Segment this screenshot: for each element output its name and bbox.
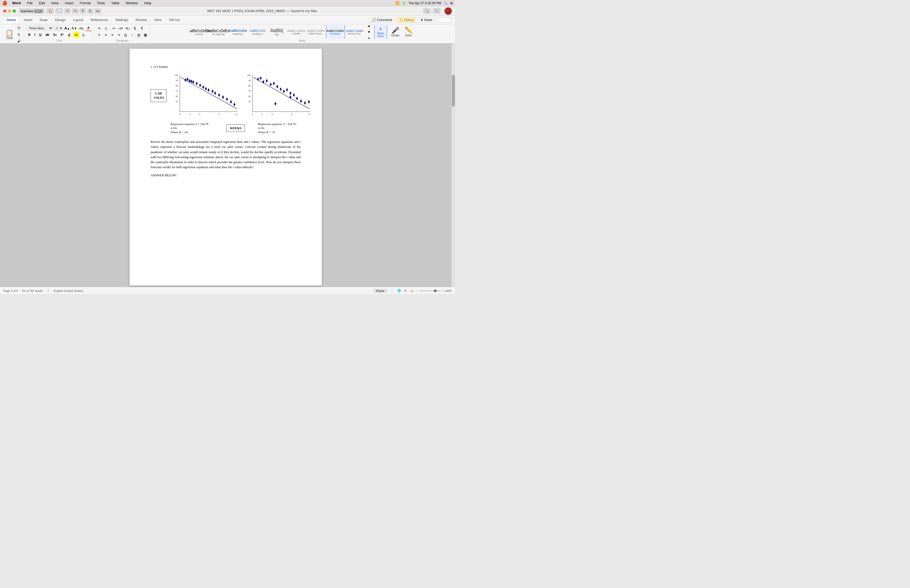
scrollbar[interactable] xyxy=(451,44,455,287)
format-painter-button[interactable]: 🖌 xyxy=(16,38,22,44)
page-scroll[interactable]: 1. (15 Points) CARSALES 100 90 xyxy=(0,44,451,287)
tab-references[interactable]: References xyxy=(88,17,112,23)
paste-button[interactable]: 📋 Paste xyxy=(4,29,15,40)
title-search-button[interactable]: 🔍 xyxy=(423,8,431,13)
align-right-button[interactable]: ≡ xyxy=(109,32,116,38)
decrease-indent-button[interactable]: ◁≡ xyxy=(118,25,124,31)
dictate-button[interactable]: 🎤 Dictate xyxy=(389,27,402,37)
shading-button[interactable]: A xyxy=(80,32,87,38)
menu-format[interactable]: Format xyxy=(78,0,92,5)
style-no-spacing[interactable]: AaBbCcDdEe No Spacing xyxy=(209,25,228,39)
menu-view[interactable]: View xyxy=(50,0,60,5)
undo-button[interactable]: ↩ xyxy=(65,8,71,13)
menu-table[interactable]: Table xyxy=(110,0,121,5)
menu-insert[interactable]: Insert xyxy=(63,0,75,5)
tab-view[interactable]: View xyxy=(151,17,165,23)
cloud-button[interactable]: ☁️ xyxy=(55,8,63,13)
tab-layout[interactable]: Layout xyxy=(70,17,86,23)
style-normal[interactable]: AaBbCcDdEe Normal xyxy=(189,25,209,39)
minimize-button[interactable] xyxy=(8,10,11,13)
font-family-select[interactable]: Times New... xyxy=(27,26,53,31)
strikethrough-button[interactable]: ab xyxy=(44,32,51,37)
tab-design[interactable]: Design xyxy=(52,17,69,23)
style-title[interactable]: AaBb( Title xyxy=(268,25,286,39)
home-button[interactable]: 🏠 xyxy=(47,8,54,13)
tab-draw[interactable]: Draw xyxy=(37,17,51,23)
user-avatar[interactable] xyxy=(444,7,452,15)
fullscreen-button[interactable] xyxy=(13,10,16,13)
duplicate-button[interactable]: ⎘ xyxy=(87,9,93,13)
view-outline-icon[interactable]: ☰ xyxy=(404,289,407,292)
sort-button[interactable]: ⇅ xyxy=(132,25,138,31)
tab-tell-me[interactable]: Tell me xyxy=(166,17,183,23)
control-center-icon[interactable]: ⊞ xyxy=(450,1,453,5)
close-button[interactable] xyxy=(3,10,6,13)
shading2-button[interactable]: ▥ xyxy=(136,32,142,38)
menu-help[interactable]: Help xyxy=(143,0,153,5)
style-intense-emphasis[interactable]: AaBbCcDdEe Intense Emp... xyxy=(346,25,364,39)
italic-button[interactable]: I xyxy=(33,32,37,37)
show-marks-button[interactable]: ¶ xyxy=(139,25,145,31)
editing-button[interactable]: ✏️ Editing xyxy=(397,17,416,23)
line-spacing-button[interactable]: ↕ xyxy=(129,32,135,38)
menu-word[interactable]: Word xyxy=(11,0,23,5)
align-left-button[interactable]: ≡ xyxy=(96,32,102,38)
menu-edit[interactable]: Edit xyxy=(37,0,46,5)
tab-home[interactable]: Home xyxy=(3,16,19,23)
tab-mailings[interactable]: Mailings xyxy=(112,17,131,23)
zoom-out-button[interactable]: − xyxy=(417,289,419,292)
justify-button[interactable]: ≡ xyxy=(116,32,122,38)
highlight-button[interactable]: ab xyxy=(73,32,79,38)
focus-button[interactable]: Focus xyxy=(373,289,387,293)
view-read-icon[interactable]: 📖 xyxy=(410,289,414,292)
language-display[interactable]: English (United States) xyxy=(54,289,84,292)
menu-file[interactable]: File xyxy=(26,0,34,5)
comments-button[interactable]: 💬 Comments xyxy=(370,17,395,23)
font-size-select[interactable]: 12 xyxy=(54,26,63,31)
styles-pane-button[interactable]: ≡ Styles Pane xyxy=(375,25,387,39)
sync-button[interactable]: ↻ xyxy=(80,8,86,13)
autosave-toggle[interactable]: AutoSave OFF xyxy=(19,9,45,13)
font-color-button[interactable]: A xyxy=(66,32,73,38)
menu-search-icon[interactable]: 🔍 xyxy=(444,1,448,5)
editor-button[interactable]: ✏️ Editor xyxy=(402,27,415,37)
increase-font-button[interactable]: A▲ xyxy=(64,25,70,31)
styles-scroll-up[interactable]: ▲ xyxy=(366,25,372,29)
wifi-icon[interactable]: 📶 xyxy=(396,1,399,5)
change-case-button[interactable]: Aa xyxy=(78,25,84,31)
tab-insert[interactable]: Insert xyxy=(21,17,36,23)
view-normal-icon[interactable]: 📄 xyxy=(391,289,394,292)
customize-button[interactable]: 🔧 xyxy=(433,8,440,13)
numbering-button[interactable]: 1. xyxy=(103,25,110,31)
decrease-font-button[interactable]: A▼ xyxy=(71,25,78,31)
underline-button[interactable]: U xyxy=(38,32,43,37)
update-button[interactable]: Update xyxy=(437,17,452,23)
apple-logo[interactable]: 🍎 xyxy=(2,0,7,5)
zoom-in-button[interactable]: + xyxy=(441,289,443,292)
style-emphasis[interactable]: AaBbCcDdEe Emphasis xyxy=(326,25,345,39)
tab-review[interactable]: Review xyxy=(133,17,150,23)
zoom-slider[interactable] xyxy=(419,290,441,291)
bullets-button[interactable]: ≡ xyxy=(96,25,102,31)
increase-indent-button[interactable]: ≡▷ xyxy=(124,25,131,31)
styles-scroll-down[interactable]: ▼ xyxy=(366,29,372,35)
redo-button[interactable]: ↪ xyxy=(72,8,78,13)
document-page[interactable]: 1. (15 Points) CARSALES 100 90 xyxy=(129,49,322,286)
style-subtitle[interactable]: AaBbCcDdEe Subtitle xyxy=(287,25,306,39)
columns-button[interactable]: ||| xyxy=(123,32,129,38)
style-heading1[interactable]: AaBbCcDd Heading 1 xyxy=(229,25,247,39)
style-subtle-emphasis[interactable]: AaBbCcDdEe Subtle Emph... xyxy=(307,25,325,39)
borders-button[interactable]: ▦ xyxy=(142,32,149,38)
clear-formatting-button[interactable]: A xyxy=(85,25,92,31)
menu-tools[interactable]: Tools xyxy=(95,0,107,5)
proofing-icon[interactable]: ✓ xyxy=(47,289,50,292)
scroll-thumb[interactable] xyxy=(452,75,455,107)
share-button[interactable]: ⬆ Share xyxy=(418,17,435,23)
styles-more[interactable]: ▾ xyxy=(366,36,372,39)
subscript-button[interactable]: X₂ xyxy=(52,32,58,37)
copy-button[interactable]: ⎘ xyxy=(16,32,22,37)
align-center-button[interactable]: ≡ xyxy=(103,32,109,38)
more-tools-button[interactable]: ••• xyxy=(95,9,101,13)
view-web-icon[interactable]: 🌐 xyxy=(397,289,401,292)
style-heading2[interactable]: AaBbCcDd Heading 2 xyxy=(248,25,267,39)
